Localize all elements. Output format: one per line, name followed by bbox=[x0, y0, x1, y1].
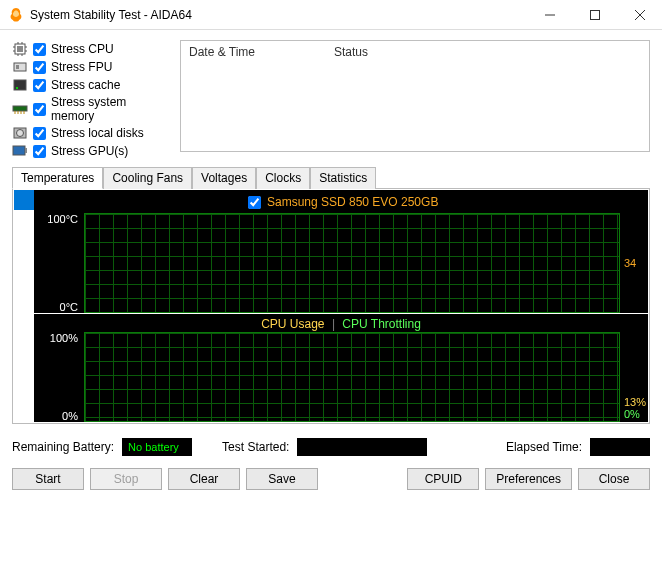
start-button[interactable]: Start bbox=[12, 468, 84, 490]
log-column-status[interactable]: Status bbox=[334, 45, 368, 59]
cpu-ymax: 100% bbox=[34, 332, 78, 344]
svg-rect-14 bbox=[14, 63, 26, 71]
cpu-ymin: 0% bbox=[34, 410, 78, 422]
stress-option-memory: Stress system memory bbox=[12, 94, 172, 124]
tab-cooling-fans[interactable]: Cooling Fans bbox=[103, 167, 192, 189]
test-started-value bbox=[297, 438, 427, 456]
tab-temperatures[interactable]: Temperatures bbox=[12, 167, 103, 189]
stress-option-cpu: Stress CPU bbox=[12, 40, 172, 58]
elapsed-time-value bbox=[590, 438, 650, 456]
preferences-button[interactable]: Preferences bbox=[485, 468, 572, 490]
stress-option-label: Stress FPU bbox=[51, 60, 112, 74]
window-title: System Stability Test - AIDA64 bbox=[30, 8, 192, 22]
legend-color-swatch[interactable] bbox=[14, 190, 34, 210]
cpu-graph: CPU Usage | CPU Throttling 100% 0% 13% 0… bbox=[34, 314, 648, 422]
stress-disks-checkbox[interactable] bbox=[33, 127, 46, 140]
tab-voltages[interactable]: Voltages bbox=[192, 167, 256, 189]
cpu-icon bbox=[12, 41, 28, 57]
cpuid-button[interactable]: CPUID bbox=[407, 468, 479, 490]
status-row: Remaining Battery: No battery Test Start… bbox=[12, 438, 650, 456]
stress-cache-checkbox[interactable] bbox=[33, 79, 46, 92]
cpu-usage-value: 13% bbox=[624, 396, 646, 408]
stress-option-fpu: Stress FPU bbox=[12, 58, 172, 76]
maximize-button[interactable] bbox=[572, 0, 617, 29]
tab-statistics[interactable]: Statistics bbox=[310, 167, 376, 189]
stress-gpu-checkbox[interactable] bbox=[33, 145, 46, 158]
stress-option-label: Stress system memory bbox=[51, 95, 172, 123]
cpu-throttle-value: 0% bbox=[624, 408, 640, 420]
stress-cpu-checkbox[interactable] bbox=[33, 43, 46, 56]
log-panel: Date & Time Status bbox=[180, 40, 650, 152]
graph-area: Samsung SSD 850 EVO 250GB 100°C 0°C 34 bbox=[12, 189, 650, 424]
stress-option-label: Stress CPU bbox=[51, 42, 114, 56]
stop-button[interactable]: Stop bbox=[90, 468, 162, 490]
temp-current-value: 34 bbox=[624, 257, 636, 269]
close-window-button[interactable]: Close bbox=[578, 468, 650, 490]
tabs-bar: Temperatures Cooling Fans Voltages Clock… bbox=[12, 166, 650, 189]
elapsed-time-label: Elapsed Time: bbox=[506, 440, 582, 454]
clear-button[interactable]: Clear bbox=[168, 468, 240, 490]
tab-clocks[interactable]: Clocks bbox=[256, 167, 310, 189]
battery-label: Remaining Battery: bbox=[12, 440, 114, 454]
temp-device-label: Samsung SSD 850 EVO 250GB bbox=[267, 195, 438, 209]
svg-point-17 bbox=[16, 87, 18, 89]
svg-rect-1 bbox=[590, 10, 599, 19]
cpu-throttling-label: CPU Throttling bbox=[342, 317, 420, 331]
gpu-icon bbox=[12, 143, 28, 159]
svg-rect-25 bbox=[13, 146, 25, 155]
battery-value: No battery bbox=[122, 438, 192, 456]
log-column-datetime[interactable]: Date & Time bbox=[189, 45, 334, 59]
button-bar: Start Stop Clear Save CPUID Preferences … bbox=[12, 468, 650, 494]
stress-option-gpu: Stress GPU(s) bbox=[12, 142, 172, 160]
svg-rect-26 bbox=[25, 148, 27, 153]
minimize-button[interactable] bbox=[527, 0, 572, 29]
temp-ymax: 100°C bbox=[34, 213, 78, 225]
svg-rect-5 bbox=[17, 46, 23, 52]
stress-memory-checkbox[interactable] bbox=[33, 103, 46, 116]
svg-rect-18 bbox=[13, 106, 27, 111]
stress-option-cache: Stress cache bbox=[12, 76, 172, 94]
temp-plot bbox=[84, 213, 620, 313]
series-legend bbox=[14, 190, 34, 422]
disk-icon bbox=[12, 125, 28, 141]
stress-option-label: Stress local disks bbox=[51, 126, 144, 140]
stress-fpu-checkbox[interactable] bbox=[33, 61, 46, 74]
title-bar: System Stability Test - AIDA64 bbox=[0, 0, 662, 30]
cpu-plot bbox=[84, 332, 620, 422]
app-icon bbox=[8, 7, 24, 23]
stress-option-label: Stress GPU(s) bbox=[51, 144, 128, 158]
temp-ymin: 0°C bbox=[34, 301, 78, 313]
stress-option-label: Stress cache bbox=[51, 78, 120, 92]
save-button[interactable]: Save bbox=[246, 468, 318, 490]
fpu-icon bbox=[12, 59, 28, 75]
stress-options: Stress CPU Stress FPU Stress cache Stres… bbox=[12, 40, 172, 160]
memory-icon bbox=[12, 101, 28, 117]
close-button[interactable] bbox=[617, 0, 662, 29]
cache-icon bbox=[12, 77, 28, 93]
cpu-usage-label: CPU Usage bbox=[261, 317, 324, 331]
svg-point-24 bbox=[17, 130, 24, 137]
stress-option-disks: Stress local disks bbox=[12, 124, 172, 142]
temp-series-checkbox[interactable] bbox=[248, 196, 261, 209]
temperature-graph: Samsung SSD 850 EVO 250GB 100°C 0°C 34 bbox=[34, 190, 648, 313]
svg-rect-16 bbox=[14, 80, 26, 90]
test-started-label: Test Started: bbox=[222, 440, 289, 454]
svg-rect-15 bbox=[16, 65, 19, 69]
